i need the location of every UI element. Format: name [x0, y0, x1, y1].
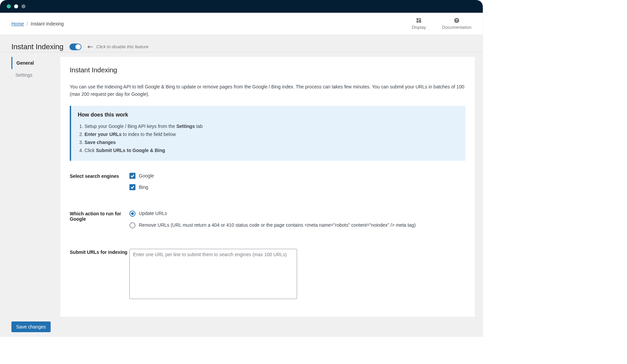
feature-toggle[interactable] [69, 44, 81, 50]
submit-urls-label: Submit URLs for indexing [70, 249, 129, 255]
card-title: Instant Indexing [70, 66, 465, 74]
toggle-hint: Click to disable this feature [88, 44, 148, 49]
toggle-hint-text: Click to disable this feature [96, 44, 148, 49]
infobox-heading: How does this work [78, 112, 459, 118]
svg-text:?: ? [456, 18, 458, 22]
check-icon [129, 173, 135, 179]
how-it-works-box: How does this work Setup your Google / B… [70, 106, 465, 160]
help-icon: ? [454, 17, 460, 23]
display-label: Display [412, 25, 426, 30]
check-icon [129, 184, 135, 190]
urls-textarea[interactable] [129, 249, 297, 299]
header-actions: Display ? Documentation [412, 17, 471, 30]
page-title: Instant Indexing [11, 43, 63, 51]
radio-remove-label: Remove URLs (URL must return a 404 or 41… [139, 222, 416, 229]
card-description: You can use the Indexing API to tell Goo… [70, 83, 465, 98]
action-label: Which action to run for Google [70, 210, 129, 222]
breadcrumb: Home / Instant Indexing [11, 21, 64, 26]
tab-settings[interactable]: Settings [11, 69, 60, 81]
breadcrumb-separator: / [26, 21, 28, 26]
window-dot-close-icon[interactable] [7, 4, 11, 8]
documentation-label: Documentation [442, 25, 471, 30]
radio-icon [129, 222, 135, 228]
checkbox-bing[interactable]: Bing [129, 184, 465, 190]
search-engines-label: Select search engines [70, 173, 129, 179]
display-icon [416, 17, 422, 23]
main-card: Instant Indexing You can use the Indexin… [60, 57, 475, 317]
checkbox-google-label: Google [139, 173, 154, 178]
arrow-left-icon [88, 45, 93, 49]
window-dot-maximize-icon[interactable] [21, 4, 25, 8]
infobox-step-1: Setup your Google / Bing API keys from t… [84, 123, 459, 131]
infobox-step-4: Click Submit URLs to Google & Bing [84, 147, 459, 155]
save-changes-button[interactable]: Save changes [11, 321, 51, 332]
radio-update-label: Update URLs [139, 210, 167, 217]
display-button[interactable]: Display [412, 17, 426, 30]
radio-update-urls[interactable]: Update URLs [129, 210, 465, 217]
breadcrumb-home-link[interactable]: Home [11, 21, 24, 26]
sidebar: General Settings [0, 57, 60, 317]
titlebar [0, 0, 483, 13]
infobox-step-3: Save changes [84, 139, 459, 147]
radio-icon [129, 211, 135, 217]
checkbox-bing-label: Bing [139, 185, 148, 190]
window-dot-minimize-icon[interactable] [14, 4, 18, 8]
infobox-step-2: Enter your URLs to index to the field be… [84, 131, 459, 139]
breadcrumb-current: Instant Indexing [31, 21, 64, 26]
tab-general[interactable]: General [11, 57, 60, 69]
radio-remove-urls[interactable]: Remove URLs (URL must return a 404 or 41… [129, 222, 465, 229]
documentation-button[interactable]: ? Documentation [442, 17, 471, 30]
header: Home / Instant Indexing Display ? Docume… [0, 13, 483, 35]
page-title-row: Instant Indexing Click to disable this f… [0, 35, 483, 52]
checkbox-google[interactable]: Google [129, 173, 465, 179]
